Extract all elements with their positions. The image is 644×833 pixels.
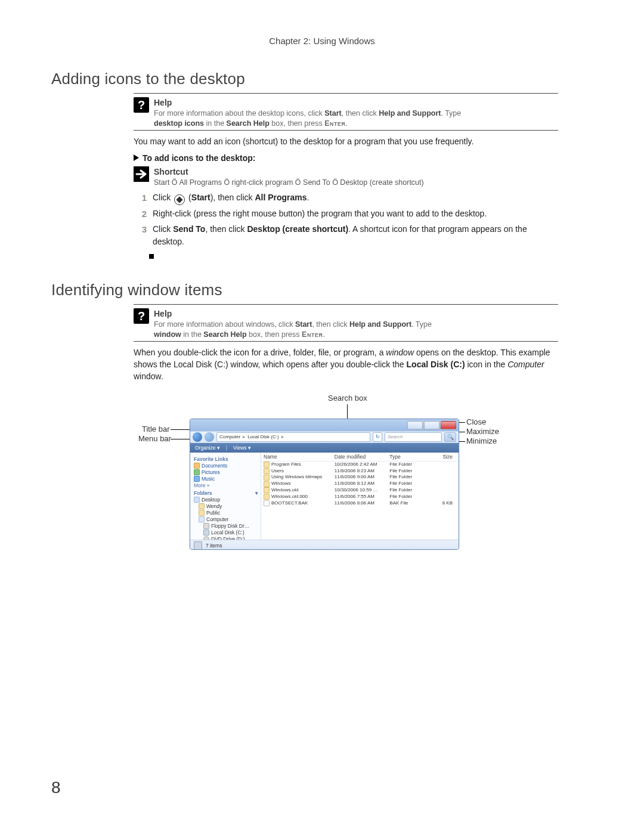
nav-back-button[interactable] xyxy=(193,432,202,442)
tree-label: Floppy Disk Dr… xyxy=(211,523,249,529)
close-button[interactable] xyxy=(441,421,456,429)
tree-item[interactable]: Floppy Disk Dr… xyxy=(194,523,261,529)
table-row[interactable]: Windows.old.00011/6/2006 7:55 AMFile Fol… xyxy=(261,494,459,500)
breadcrumb-sep-icon: ▸ xyxy=(243,434,245,439)
t: icon in the xyxy=(465,360,508,369)
cell-size xyxy=(422,468,459,475)
tree-item[interactable]: Public xyxy=(194,510,261,516)
menu-views[interactable]: Views ▾ xyxy=(233,445,251,451)
step-2: 2 Right-click (press the right mouse but… xyxy=(137,208,558,221)
computer-icon xyxy=(199,516,205,522)
table-row[interactable]: Windows11/8/2006 8:12 AMFile Folder xyxy=(261,481,459,487)
nav-forward-button[interactable] xyxy=(205,432,214,442)
step-number: 1 xyxy=(137,191,147,205)
t: Click xyxy=(153,193,173,202)
t: Send To xyxy=(173,224,205,234)
label-searchbox: Search box xyxy=(328,394,367,402)
cell-type: File Folder xyxy=(387,462,422,468)
end-square-icon xyxy=(149,254,154,259)
t: When you double-click the icon for a dri… xyxy=(134,348,386,357)
help-title: Help xyxy=(154,308,558,320)
cell-date: 10/26/2006 2:42 AM xyxy=(332,462,388,468)
maximize-button[interactable] xyxy=(424,421,439,429)
step-text: Right-click (press the right mouse butto… xyxy=(153,208,558,221)
cell-name: BOOTSECT.BAK xyxy=(271,500,308,507)
table-row[interactable]: BOOTSECT.BAK11/6/2006 8:06 AMBAK File8 K… xyxy=(261,500,459,507)
help-callout: ? Help For more information about window… xyxy=(134,308,558,340)
cell-name: Using Windows bitmaps xyxy=(271,474,322,481)
table-row[interactable]: Users11/8/2006 8:23 AMFile Folder xyxy=(261,468,459,475)
menu-bar[interactable]: Organize ▾ | Views ▾ xyxy=(190,443,459,453)
col-date[interactable]: Date modified xyxy=(332,454,388,460)
cell-size xyxy=(422,494,459,500)
section-rule xyxy=(134,93,558,94)
tree-item[interactable]: Local Disk (C:) xyxy=(194,529,261,535)
folder-icon xyxy=(264,462,270,467)
minimize-button[interactable] xyxy=(407,421,423,429)
breadcrumb-segment[interactable]: Local Disk (C:) xyxy=(247,434,278,439)
window-items-paragraph: When you double-click the icon for a dri… xyxy=(134,346,558,383)
step-number: 3 xyxy=(137,223,147,248)
sidebar-item[interactable]: Music xyxy=(194,476,261,482)
folder-icon xyxy=(264,494,270,500)
help-icon: ? xyxy=(134,308,149,324)
documents-icon xyxy=(194,463,200,469)
user-icon xyxy=(199,503,205,509)
t: Click xyxy=(153,224,173,234)
t: Start xyxy=(295,320,312,329)
cell-name: Program Files xyxy=(271,462,301,468)
help-text: For more information about the desktop i… xyxy=(154,109,558,129)
col-name[interactable]: Name xyxy=(261,454,332,460)
sidebar-item[interactable]: Documents xyxy=(194,463,261,469)
breadcrumb[interactable]: Computer ▸ Local Disk (C:) ▸ xyxy=(216,432,370,442)
chevron-down-icon[interactable]: ▾ xyxy=(255,490,258,496)
step-number: 2 xyxy=(137,208,147,221)
cell-date: 11/6/2006 8:06 AM xyxy=(332,500,388,507)
sidebar-item[interactable]: More » xyxy=(194,482,261,488)
desktop-icon xyxy=(194,497,200,503)
t: Search Help xyxy=(227,119,270,128)
folder-icon xyxy=(199,510,205,516)
title-bar[interactable] xyxy=(190,419,459,431)
breadcrumb-segment[interactable]: Computer xyxy=(219,434,240,439)
search-input[interactable]: Search xyxy=(385,432,442,442)
section-title-identifying-window-items: Identifying window items xyxy=(51,281,593,299)
col-type[interactable]: Type xyxy=(387,454,422,460)
t: . Type xyxy=(441,109,461,117)
col-size[interactable]: Size xyxy=(422,454,459,460)
folder-icon xyxy=(264,475,270,481)
help-text: For more information about windows, clic… xyxy=(154,320,558,340)
enter-key: Enter xyxy=(302,330,323,339)
folder-icon xyxy=(264,487,270,493)
t: Start xyxy=(191,193,210,202)
shortcut-title: Shortcut xyxy=(154,166,558,178)
floppy-icon xyxy=(203,523,209,529)
triangle-bullet-icon xyxy=(134,153,139,163)
folder-icon xyxy=(264,468,270,474)
table-row[interactable]: Windows.old10/30/2006 10:59 …File Folder xyxy=(261,487,459,494)
menu-sep: | xyxy=(226,445,227,451)
t: , then click xyxy=(342,109,379,117)
column-headers[interactable]: Name Date modified Type Size xyxy=(261,453,459,462)
step-1: 1 Click (Start), then click All Programs… xyxy=(137,191,558,205)
tree-item[interactable]: Desktop xyxy=(194,497,261,503)
status-text: 7 items xyxy=(206,543,222,549)
help-callout: ? Help For more information about the de… xyxy=(134,97,558,129)
refresh-button[interactable]: ↻ xyxy=(373,432,382,442)
figure-explorer-annotated: Search box Title bar Menu bar Close Maxi… xyxy=(134,394,558,561)
table-row[interactable]: Using Windows bitmaps11/6/2006 9:00 AMFi… xyxy=(261,474,459,481)
sidebar-item[interactable]: Pictures xyxy=(194,469,261,475)
t: . xyxy=(307,193,309,202)
sidebar-folders-header: Folders xyxy=(194,490,212,496)
tree-item[interactable]: Wendy xyxy=(194,503,261,509)
t: Help and Support xyxy=(349,320,411,329)
cell-date: 11/8/2006 8:23 AM xyxy=(332,468,388,475)
menu-organize[interactable]: Organize ▾ xyxy=(195,445,220,451)
tree-item[interactable]: Computer xyxy=(194,516,261,522)
sidebar-item-label: Documents xyxy=(202,463,227,469)
label-titlebar: Title bar xyxy=(142,425,169,433)
tree-item[interactable]: DVD Drive (D:) xyxy=(194,536,261,540)
t: For more information about the desktop i… xyxy=(154,109,324,117)
table-row[interactable]: Program Files10/26/2006 2:42 AMFile Fold… xyxy=(261,462,459,468)
search-button[interactable]: 🔍 xyxy=(444,432,456,442)
